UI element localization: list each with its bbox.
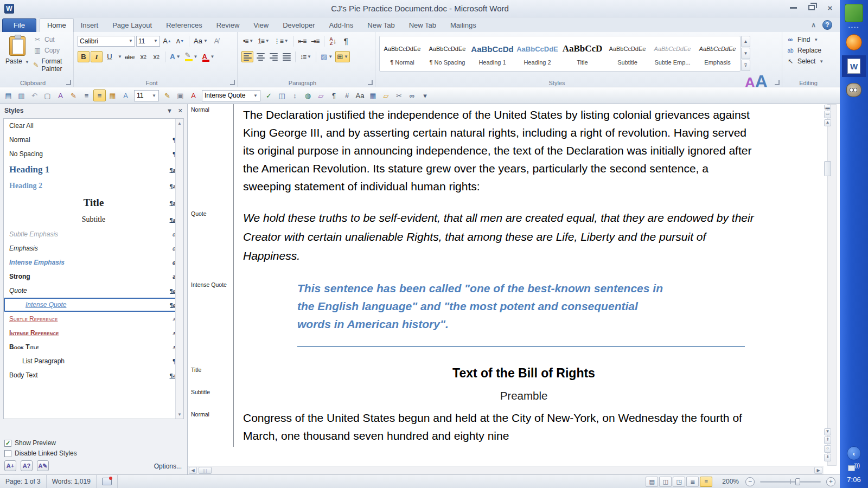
font-color-button[interactable]: A▼ bbox=[201, 51, 216, 62]
italic-button[interactable]: I bbox=[91, 51, 103, 62]
windows-start-icon[interactable] bbox=[845, 4, 863, 22]
select-button[interactable]: ↖ Select▼ bbox=[785, 56, 832, 67]
document-paragraph[interactable]: Intense Quote This sentence has been cal… bbox=[188, 279, 824, 364]
style-item-emphasis[interactable]: Emphasis a bbox=[4, 241, 183, 255]
print-layout-view-button[interactable]: ▤ bbox=[646, 477, 658, 487]
ruler-toggle-icon[interactable]: ▭ bbox=[824, 111, 831, 118]
minimize-ribbon-icon[interactable]: ∧ bbox=[811, 21, 816, 29]
tab-review[interactable]: Review bbox=[209, 19, 247, 32]
text-effects-icon[interactable]: A bbox=[119, 89, 132, 101]
save-as-icon[interactable]: ▥ bbox=[15, 89, 28, 101]
subscript-button[interactable]: x2 bbox=[137, 51, 149, 62]
tab-view[interactable]: View bbox=[246, 19, 276, 32]
scroll-down-arrow-icon[interactable]: ▼ bbox=[824, 428, 831, 435]
borders-button[interactable]: ⊞▼ bbox=[335, 51, 350, 62]
undo-icon[interactable]: ↶ bbox=[28, 89, 41, 101]
decrease-indent-button[interactable]: ⇤≡ bbox=[296, 35, 308, 47]
change-case-button[interactable]: Aa▼ bbox=[192, 35, 209, 47]
document-paragraph[interactable]: Normal The Declaration justified the ind… bbox=[188, 104, 824, 208]
table-icon[interactable]: ▦ bbox=[367, 89, 379, 101]
style-item-no-spacing[interactable]: No Spacing ¶ bbox=[4, 147, 183, 161]
network-tray-icon[interactable]: ))) bbox=[848, 463, 860, 471]
highlight-color-button[interactable]: ▼ bbox=[183, 51, 200, 62]
proofing-status[interactable] bbox=[97, 475, 118, 488]
new-style-button[interactable]: A+ bbox=[4, 460, 16, 471]
document-paragraph[interactable]: Quote We hold these truths to be self-ev… bbox=[188, 208, 824, 279]
quick-style-icon[interactable]: ✎ bbox=[67, 89, 80, 101]
tab-mailings[interactable]: Mailings bbox=[443, 19, 483, 32]
scrollbar-thumb[interactable] bbox=[824, 161, 831, 176]
picture-icon[interactable]: ▣ bbox=[174, 89, 187, 101]
outline-view-button[interactable]: ≣ bbox=[686, 477, 699, 487]
format-painter-icon[interactable]: ✎ bbox=[161, 89, 174, 101]
paste-button[interactable]: Paste ▼ bbox=[5, 35, 30, 78]
style-item-title[interactable]: Title ¶a bbox=[4, 194, 183, 212]
hyperlink-globe-icon[interactable]: ◍ bbox=[302, 89, 314, 101]
gallery-scroll-up-icon[interactable]: ▲ bbox=[741, 36, 750, 47]
align-right-button[interactable] bbox=[267, 51, 279, 62]
horizontal-scrollbar[interactable]: ◀ ||| ▶ bbox=[188, 466, 824, 474]
tab-add-ins[interactable]: Add-Ins bbox=[322, 19, 361, 32]
style-gallery-subtle-emp[interactable]: AaBbCcDdEe Subtle Emp... bbox=[650, 36, 695, 71]
replace-button[interactable]: ab Replace bbox=[785, 45, 832, 56]
style-item-quote[interactable]: Quote ¶a bbox=[4, 284, 183, 298]
tab-developer[interactable]: Developer bbox=[276, 19, 322, 32]
restore-button[interactable] bbox=[805, 3, 818, 12]
strikethrough-button[interactable]: abe bbox=[123, 51, 136, 62]
scroll-up-icon[interactable]: ▲ bbox=[176, 120, 183, 126]
help-icon[interactable]: ? bbox=[822, 20, 832, 30]
word-count[interactable]: Words: 1,019 bbox=[47, 475, 97, 488]
style-gallery-normal[interactable]: AaBbCcDdEe ¶ Normal bbox=[380, 36, 425, 71]
tab-references[interactable]: References bbox=[159, 19, 209, 32]
minimize-button[interactable] bbox=[787, 3, 800, 12]
style-item-heading-1[interactable]: Heading 1 ¶a bbox=[4, 161, 183, 178]
scroll-left-arrow-icon[interactable]: ◀ bbox=[189, 467, 197, 474]
save-icon[interactable]: ▤ bbox=[2, 89, 15, 101]
align-left-icon[interactable]: ≡ bbox=[80, 89, 93, 101]
zoom-slider-thumb[interactable] bbox=[795, 478, 800, 485]
clear-formatting-button[interactable]: A̸ bbox=[210, 35, 222, 47]
style-item-intense-emphasis[interactable]: Intense Emphasis a bbox=[4, 255, 183, 269]
style-gallery-emphasis[interactable]: AaBbCcDdEe Emphasis bbox=[695, 36, 740, 71]
vertical-scrollbar[interactable]: ▬ ▭ ▲ ▼ ⇞ ○ ⇟ bbox=[824, 104, 840, 466]
shading-button[interactable]: ▨▼ bbox=[319, 51, 334, 62]
gallery-expand-icon[interactable]: ⊽ bbox=[741, 60, 750, 71]
font-color-icon[interactable]: A bbox=[187, 89, 200, 101]
tab-new-tab[interactable]: New Tab bbox=[402, 19, 443, 32]
draft-view-button[interactable]: ≡ bbox=[700, 477, 712, 487]
format-painter-button[interactable]: ✎ Format Painter bbox=[32, 56, 71, 74]
superscript-button[interactable]: x2 bbox=[150, 51, 162, 62]
change-case-icon[interactable]: Aa bbox=[354, 89, 366, 101]
styles-options-link[interactable]: Options... bbox=[154, 463, 182, 470]
cut-button[interactable]: ✂ Cut bbox=[32, 34, 71, 45]
toolbar-style-combo[interactable]: Intense Quote▼ bbox=[202, 90, 260, 101]
next-page-icon[interactable]: ⇟ bbox=[824, 454, 831, 461]
justify-button[interactable] bbox=[280, 51, 292, 62]
shrink-font-button[interactable]: A▼ bbox=[174, 35, 186, 47]
full-screen-reading-view-button[interactable]: ◫ bbox=[659, 477, 672, 487]
close-button[interactable]: × bbox=[824, 3, 837, 12]
zoom-level[interactable]: 200% bbox=[722, 478, 739, 485]
grow-font-button[interactable]: A▲ bbox=[161, 35, 173, 47]
previous-page-icon[interactable]: ⇞ bbox=[824, 436, 831, 444]
style-gallery-heading-1[interactable]: AaBbCcDd Heading 1 bbox=[470, 36, 515, 71]
document-paragraph[interactable]: Title Text of the Bill of Rights bbox=[188, 364, 824, 387]
document-area[interactable]: Normal The Declaration justified the ind… bbox=[188, 104, 824, 466]
document-paragraph[interactable]: Subtitle Preamble bbox=[188, 387, 824, 409]
styles-dialog-launcher[interactable] bbox=[775, 80, 780, 85]
toolbar-options-icon[interactable]: ▾ bbox=[419, 89, 431, 101]
find-button[interactable]: ∞ Find▼ bbox=[785, 34, 832, 45]
split-handle[interactable]: ▬ bbox=[824, 105, 831, 110]
style-item-clear-all[interactable]: Clear All bbox=[4, 119, 183, 133]
style-item-subtle-reference[interactable]: Subtle Reference a bbox=[4, 312, 183, 326]
zoom-out-button[interactable]: − bbox=[745, 477, 755, 486]
style-item-strong[interactable]: Strong a bbox=[4, 269, 183, 284]
font-size-combo[interactable]: 11▼ bbox=[136, 36, 160, 47]
new-document-icon[interactable]: ▢ bbox=[41, 89, 54, 101]
scroll-up-arrow-icon[interactable]: ▲ bbox=[824, 119, 831, 126]
show-preview-checkbox[interactable]: ✓Show Preview bbox=[4, 439, 183, 447]
bullets-button[interactable]: •≡▼ bbox=[241, 35, 255, 47]
style-gallery-subtitle[interactable]: AaBbCcDdEe Subtitle bbox=[605, 36, 650, 71]
font-name-combo[interactable]: Calibri▼ bbox=[78, 36, 135, 47]
styles-pane-close-icon[interactable]: ✕ bbox=[178, 107, 183, 114]
